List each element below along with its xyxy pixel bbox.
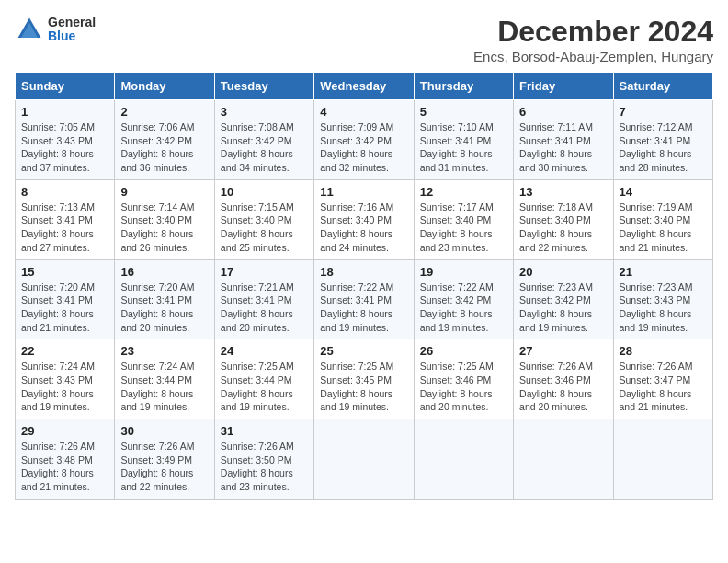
day-number: 29 bbox=[21, 424, 108, 438]
day-detail: Sunrise: 7:06 AMSunset: 3:42 PMDaylight:… bbox=[120, 121, 194, 173]
calendar-cell: 18Sunrise: 7:22 AMSunset: 3:41 PMDayligh… bbox=[314, 259, 414, 339]
day-number: 2 bbox=[120, 105, 208, 119]
day-detail: Sunrise: 7:19 AMSunset: 3:40 PMDaylight:… bbox=[620, 201, 693, 253]
calendar-header: SundayMondayTuesdayWednesdayThursdayFrid… bbox=[16, 73, 713, 100]
header-cell-friday: Friday bbox=[514, 73, 613, 100]
calendar-cell: 17Sunrise: 7:21 AMSunset: 3:41 PMDayligh… bbox=[214, 259, 313, 339]
calendar-cell: 1Sunrise: 7:05 AMSunset: 3:43 PMDaylight… bbox=[16, 100, 115, 180]
day-number: 26 bbox=[420, 344, 507, 358]
day-detail: Sunrise: 7:14 AMSunset: 3:40 PMDaylight:… bbox=[120, 201, 194, 253]
title-block: December 2024 Encs, Borsod-Abauj-Zemplen… bbox=[473, 15, 713, 64]
calendar-cell: 6Sunrise: 7:11 AMSunset: 3:41 PMDaylight… bbox=[514, 100, 613, 180]
header-cell-thursday: Thursday bbox=[414, 73, 513, 100]
calendar-cell: 25Sunrise: 7:25 AMSunset: 3:45 PMDayligh… bbox=[314, 339, 414, 419]
day-number: 3 bbox=[221, 105, 308, 119]
logo: General Blue bbox=[15, 15, 96, 44]
header-cell-wednesday: Wednesday bbox=[314, 73, 414, 100]
day-detail: Sunrise: 7:26 AMSunset: 3:46 PMDaylight:… bbox=[519, 361, 593, 412]
calendar-cell: 29Sunrise: 7:26 AMSunset: 3:48 PMDayligh… bbox=[16, 419, 115, 500]
day-number: 16 bbox=[120, 265, 208, 279]
day-number: 30 bbox=[120, 424, 208, 438]
calendar-cell bbox=[314, 419, 414, 500]
calendar-cell bbox=[514, 419, 613, 500]
day-detail: Sunrise: 7:18 AMSunset: 3:40 PMDaylight:… bbox=[519, 201, 593, 253]
day-number: 4 bbox=[320, 105, 407, 119]
day-number: 15 bbox=[21, 265, 108, 279]
calendar-cell: 27Sunrise: 7:26 AMSunset: 3:46 PMDayligh… bbox=[514, 339, 613, 419]
day-number: 28 bbox=[620, 344, 707, 358]
day-detail: Sunrise: 7:20 AMSunset: 3:41 PMDaylight:… bbox=[21, 282, 95, 333]
calendar-cell: 10Sunrise: 7:15 AMSunset: 3:40 PMDayligh… bbox=[214, 179, 313, 259]
day-number: 8 bbox=[21, 185, 108, 199]
calendar-cell: 16Sunrise: 7:20 AMSunset: 3:41 PMDayligh… bbox=[115, 259, 214, 339]
day-number: 6 bbox=[519, 105, 607, 119]
header-cell-saturday: Saturday bbox=[613, 73, 712, 100]
day-detail: Sunrise: 7:17 AMSunset: 3:40 PMDaylight:… bbox=[420, 201, 494, 253]
header-cell-sunday: Sunday bbox=[16, 73, 115, 100]
day-number: 23 bbox=[120, 344, 208, 358]
calendar-week-4: 22Sunrise: 7:24 AMSunset: 3:43 PMDayligh… bbox=[16, 339, 713, 419]
day-number: 5 bbox=[420, 105, 507, 119]
calendar-cell: 5Sunrise: 7:10 AMSunset: 3:41 PMDaylight… bbox=[414, 100, 513, 180]
day-detail: Sunrise: 7:11 AMSunset: 3:41 PMDaylight:… bbox=[519, 121, 593, 173]
main-title: December 2024 bbox=[473, 15, 713, 49]
calendar-cell: 14Sunrise: 7:19 AMSunset: 3:40 PMDayligh… bbox=[613, 179, 712, 259]
day-detail: Sunrise: 7:23 AMSunset: 3:42 PMDaylight:… bbox=[519, 282, 593, 333]
calendar-body: 1Sunrise: 7:05 AMSunset: 3:43 PMDaylight… bbox=[16, 100, 713, 500]
day-number: 25 bbox=[320, 344, 407, 358]
header-cell-monday: Monday bbox=[115, 73, 214, 100]
subtitle: Encs, Borsod-Abauj-Zemplen, Hungary bbox=[473, 49, 713, 64]
day-detail: Sunrise: 7:12 AMSunset: 3:41 PMDaylight:… bbox=[620, 121, 693, 173]
day-number: 7 bbox=[620, 105, 707, 119]
calendar-cell bbox=[613, 419, 712, 500]
day-detail: Sunrise: 7:13 AMSunset: 3:41 PMDaylight:… bbox=[21, 201, 95, 253]
calendar-week-3: 15Sunrise: 7:20 AMSunset: 3:41 PMDayligh… bbox=[16, 259, 713, 339]
day-number: 12 bbox=[420, 185, 507, 199]
day-number: 1 bbox=[21, 105, 108, 119]
day-detail: Sunrise: 7:21 AMSunset: 3:41 PMDaylight:… bbox=[221, 282, 294, 333]
header-row: SundayMondayTuesdayWednesdayThursdayFrid… bbox=[16, 73, 713, 100]
day-detail: Sunrise: 7:23 AMSunset: 3:43 PMDaylight:… bbox=[620, 282, 693, 333]
calendar-cell: 15Sunrise: 7:20 AMSunset: 3:41 PMDayligh… bbox=[16, 259, 115, 339]
calendar-cell: 12Sunrise: 7:17 AMSunset: 3:40 PMDayligh… bbox=[414, 179, 513, 259]
header-cell-tuesday: Tuesday bbox=[214, 73, 313, 100]
day-number: 24 bbox=[221, 344, 308, 358]
calendar-week-5: 29Sunrise: 7:26 AMSunset: 3:48 PMDayligh… bbox=[16, 419, 713, 500]
calendar-cell: 8Sunrise: 7:13 AMSunset: 3:41 PMDaylight… bbox=[16, 179, 115, 259]
day-number: 21 bbox=[620, 265, 707, 279]
day-detail: Sunrise: 7:25 AMSunset: 3:45 PMDaylight:… bbox=[320, 361, 393, 412]
calendar-week-2: 8Sunrise: 7:13 AMSunset: 3:41 PMDaylight… bbox=[16, 179, 713, 259]
calendar-cell: 7Sunrise: 7:12 AMSunset: 3:41 PMDaylight… bbox=[613, 100, 712, 180]
calendar-cell: 23Sunrise: 7:24 AMSunset: 3:44 PMDayligh… bbox=[115, 339, 214, 419]
day-detail: Sunrise: 7:20 AMSunset: 3:41 PMDaylight:… bbox=[120, 282, 194, 333]
day-number: 20 bbox=[519, 265, 607, 279]
day-detail: Sunrise: 7:26 AMSunset: 3:50 PMDaylight:… bbox=[221, 441, 294, 492]
day-detail: Sunrise: 7:24 AMSunset: 3:44 PMDaylight:… bbox=[120, 361, 194, 412]
day-number: 22 bbox=[21, 344, 108, 358]
day-detail: Sunrise: 7:22 AMSunset: 3:42 PMDaylight:… bbox=[420, 282, 494, 333]
day-number: 27 bbox=[519, 344, 607, 358]
day-detail: Sunrise: 7:25 AMSunset: 3:44 PMDaylight:… bbox=[221, 361, 294, 412]
day-number: 18 bbox=[320, 265, 407, 279]
logo-blue-label: Blue bbox=[48, 29, 96, 43]
day-number: 9 bbox=[120, 185, 208, 199]
calendar-cell: 22Sunrise: 7:24 AMSunset: 3:43 PMDayligh… bbox=[16, 339, 115, 419]
calendar-cell: 13Sunrise: 7:18 AMSunset: 3:40 PMDayligh… bbox=[514, 179, 613, 259]
calendar-cell: 4Sunrise: 7:09 AMSunset: 3:42 PMDaylight… bbox=[314, 100, 414, 180]
day-detail: Sunrise: 7:05 AMSunset: 3:43 PMDaylight:… bbox=[21, 121, 95, 173]
calendar-week-1: 1Sunrise: 7:05 AMSunset: 3:43 PMDaylight… bbox=[16, 100, 713, 180]
day-detail: Sunrise: 7:08 AMSunset: 3:42 PMDaylight:… bbox=[221, 121, 294, 173]
day-detail: Sunrise: 7:25 AMSunset: 3:46 PMDaylight:… bbox=[420, 361, 494, 412]
calendar-cell: 28Sunrise: 7:26 AMSunset: 3:47 PMDayligh… bbox=[613, 339, 712, 419]
day-detail: Sunrise: 7:22 AMSunset: 3:41 PMDaylight:… bbox=[320, 282, 393, 333]
day-number: 13 bbox=[519, 185, 607, 199]
calendar-cell: 9Sunrise: 7:14 AMSunset: 3:40 PMDaylight… bbox=[115, 179, 214, 259]
logo-general-label: General bbox=[48, 16, 96, 29]
day-number: 31 bbox=[221, 424, 308, 438]
logo-text: General Blue bbox=[48, 16, 96, 44]
day-detail: Sunrise: 7:15 AMSunset: 3:40 PMDaylight:… bbox=[221, 201, 294, 253]
calendar-cell: 31Sunrise: 7:26 AMSunset: 3:50 PMDayligh… bbox=[214, 419, 313, 500]
day-detail: Sunrise: 7:26 AMSunset: 3:49 PMDaylight:… bbox=[120, 441, 194, 492]
logo-icon bbox=[15, 15, 44, 44]
day-number: 11 bbox=[320, 185, 407, 199]
